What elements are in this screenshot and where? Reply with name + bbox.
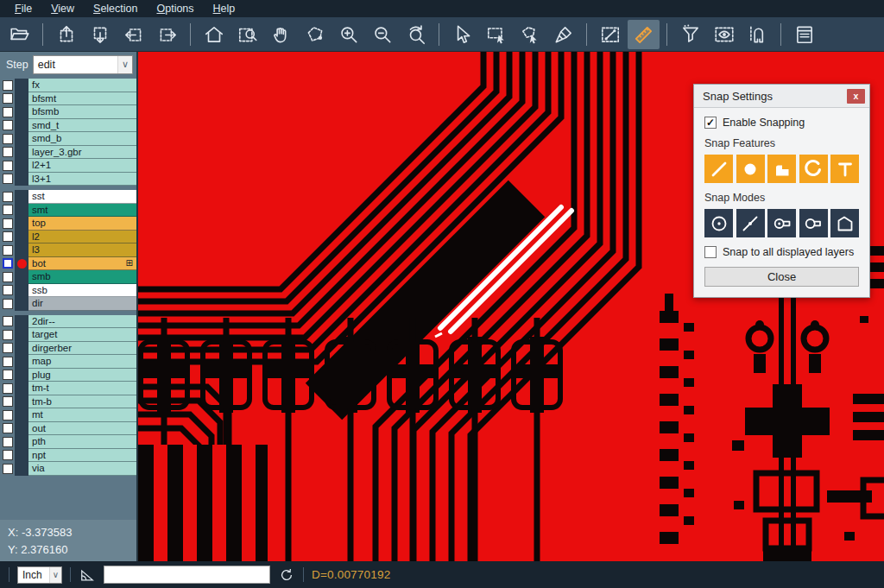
layer-name[interactable]: layer_3.gbr (28, 146, 136, 160)
layer-row-dir[interactable]: dir (0, 297, 136, 311)
layer-row-map[interactable]: map (0, 355, 136, 369)
layer-grid-icon[interactable]: ⊞ (126, 258, 136, 268)
layer-row-bfsmt[interactable]: bfsmt (0, 92, 136, 106)
layer-row-smb[interactable]: smb (0, 270, 136, 284)
layer-visibility-checkbox[interactable] (3, 107, 13, 117)
layer-row-ssb[interactable]: ssb (0, 284, 136, 298)
enable-snapping-checkbox[interactable]: ✓ (704, 117, 717, 129)
pan-up-button[interactable] (50, 20, 82, 49)
pan-left-button[interactable] (117, 20, 149, 49)
layer-name[interactable]: npt (28, 449, 136, 463)
layer-visibility-checkbox[interactable] (3, 93, 13, 104)
close-button[interactable]: Close (704, 267, 859, 287)
layer-visibility-checkbox[interactable] (3, 357, 13, 367)
layer-row-dirgerber[interactable]: dirgerber (0, 342, 136, 356)
open-folder-button[interactable] (3, 20, 35, 49)
select-rect-button[interactable] (480, 20, 512, 49)
layer-visibility-checkbox[interactable] (3, 396, 13, 407)
layer-visibility-checkbox[interactable] (3, 285, 13, 295)
snap-magnet-button[interactable] (742, 20, 774, 49)
snap-polygon-corner-button[interactable] (830, 209, 859, 237)
home-button[interactable] (198, 20, 230, 49)
filter-funnel-button[interactable] (674, 20, 706, 49)
layer-name[interactable]: l3 (28, 243, 136, 257)
layer-row-l2+1[interactable]: l2+1 (0, 159, 136, 173)
zoom-area-button[interactable] (231, 20, 263, 49)
measure-line-button[interactable] (594, 20, 626, 49)
layer-name[interactable]: smb (28, 270, 136, 284)
layer-visibility-checkbox[interactable] (3, 437, 13, 447)
layer-name[interactable]: plug (28, 369, 136, 383)
layer-visibility-checkbox[interactable] (3, 205, 13, 215)
pan-down-button[interactable] (84, 20, 116, 49)
layer-name[interactable]: l2+1 (28, 159, 136, 173)
menu-view[interactable]: View (41, 0, 84, 17)
snap-pad-button[interactable] (736, 155, 765, 183)
snap-panel-titlebar[interactable]: Snap Settings x (694, 85, 869, 108)
pan-hand-button[interactable] (265, 20, 297, 49)
layer-visibility-checkbox[interactable] (3, 410, 13, 420)
layer-row-smd_t[interactable]: smd_t (0, 119, 136, 133)
layer-row-tm-b[interactable]: tm-b (0, 395, 136, 409)
snap-entire-feature-button[interactable] (767, 209, 796, 237)
layer-row-target[interactable]: target (0, 328, 136, 342)
step-dropdown[interactable]: edit ∨ (33, 55, 133, 74)
view-eye-button[interactable] (708, 20, 740, 49)
layer-row-l2[interactable]: l2 (0, 231, 136, 244)
layer-row-tm-t[interactable]: tm-t (0, 382, 136, 395)
menu-options[interactable]: Options (147, 0, 203, 17)
layer-visibility-checkbox[interactable] (3, 174, 13, 184)
layer-visibility-checkbox[interactable] (3, 258, 13, 269)
chevron-down-icon[interactable]: ∨ (117, 56, 132, 73)
layer-name[interactable]: via (28, 462, 136, 476)
enable-snapping-row[interactable]: ✓ Enable Snapping (704, 117, 859, 129)
layer-row-smt[interactable]: smt (0, 204, 136, 218)
snap-feature-outline-button[interactable] (799, 209, 828, 237)
menu-help[interactable]: Help (204, 0, 245, 17)
snap-arc-button[interactable] (799, 155, 828, 183)
layers-panel-button[interactable] (788, 20, 820, 49)
layer-visibility-checkbox[interactable] (3, 147, 13, 157)
layer-name[interactable]: top (28, 217, 136, 231)
layer-row-sst[interactable]: sst (0, 190, 136, 204)
layer-row-l3+1[interactable]: l3+1 (0, 173, 136, 187)
layer-row-layer_3.gbr[interactable]: layer_3.gbr (0, 146, 136, 160)
angle-measure-icon[interactable] (79, 566, 96, 584)
layer-visibility-checkbox[interactable] (3, 299, 13, 309)
layer-name[interactable]: target (28, 328, 136, 342)
layer-name[interactable]: tm-t (28, 382, 136, 395)
snap-surface-button[interactable] (767, 155, 796, 183)
layer-row-plug[interactable]: plug (0, 369, 136, 383)
layer-row-fx[interactable]: fx (0, 79, 136, 92)
layer-visibility-checkbox[interactable] (3, 343, 13, 353)
layer-name[interactable]: bot⊞ (28, 257, 136, 271)
snap-all-layers-checkbox[interactable] (704, 246, 717, 258)
layer-row-npt[interactable]: npt (0, 449, 136, 463)
layer-visibility-checkbox[interactable] (3, 245, 13, 256)
layer-row-bfsmb[interactable]: bfsmb (0, 105, 136, 119)
layer-visibility-checkbox[interactable] (3, 423, 13, 433)
snap-line-button[interactable] (704, 155, 733, 183)
layer-row-top[interactable]: top (0, 217, 136, 231)
layer-visibility-checkbox[interactable] (3, 464, 13, 474)
layer-name[interactable]: ssb (28, 284, 136, 298)
layer-name[interactable]: fx (28, 79, 136, 92)
layer-name[interactable]: smd_t (28, 119, 136, 133)
layer-name[interactable]: tm-b (28, 395, 136, 409)
layer-row-l3[interactable]: l3 (0, 243, 136, 257)
layer-visibility-checkbox[interactable] (3, 450, 13, 460)
layer-row-bot[interactable]: bot⊞ (0, 257, 136, 271)
snap-center-button[interactable] (704, 209, 733, 237)
layer-visibility-checkbox[interactable] (3, 134, 13, 144)
layer-name[interactable]: bfsmt (28, 92, 136, 106)
select-arrow-button[interactable] (446, 20, 478, 49)
layer-visibility-checkbox[interactable] (3, 330, 13, 340)
snap-text-button[interactable] (830, 155, 859, 183)
layer-name[interactable]: mt (28, 408, 136, 422)
layer-name[interactable]: bfsmb (28, 105, 136, 119)
menu-file[interactable]: File (5, 0, 41, 17)
layer-name[interactable]: map (28, 355, 136, 369)
layer-row-pth[interactable]: pth (0, 435, 136, 449)
layer-name[interactable]: 2dir-- (28, 315, 136, 329)
zoom-out-button[interactable] (366, 20, 398, 49)
